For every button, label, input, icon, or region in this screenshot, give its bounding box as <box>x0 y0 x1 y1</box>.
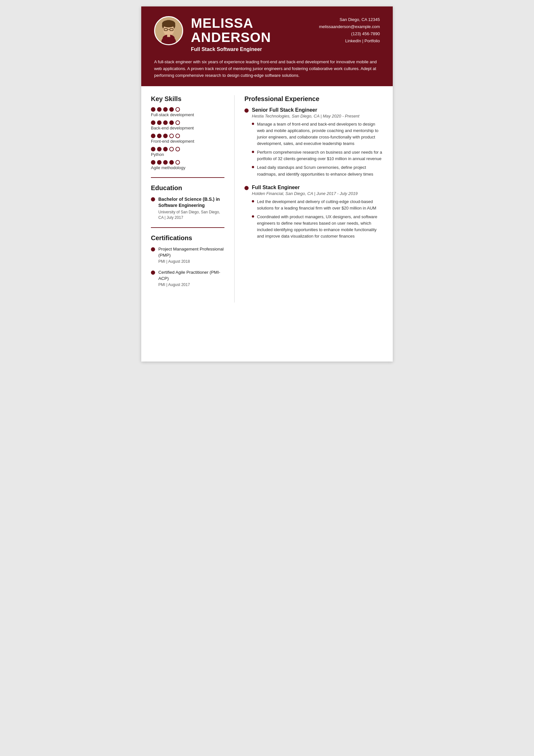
edu-school: University of San Diego, San Diego, CA |… <box>158 209 224 221</box>
skills-section: Key Skills Full-stack development <box>151 95 224 170</box>
full-name: MELISSA ANDERSON <box>191 16 311 44</box>
dot-filled <box>163 147 168 151</box>
bullet-dot <box>151 197 155 202</box>
contact-info: San Diego, CA 12345 melissaanderson@exam… <box>319 16 380 44</box>
skill-label: Agile methodology <box>151 165 224 170</box>
dot-filled <box>157 107 162 112</box>
dot-filled <box>169 160 174 165</box>
skill-dots <box>151 134 224 138</box>
exp-job-title: Full Stack Engineer <box>252 185 299 190</box>
exp-item: Full Stack Engineer Holden Financial, Sa… <box>244 185 383 240</box>
cert-content: Project Management Professional (PMP) PM… <box>158 246 224 264</box>
dot-empty <box>169 134 174 138</box>
dot-filled <box>151 147 155 151</box>
skill-label: Full-stack development <box>151 112 224 117</box>
left-column: Key Skills Full-stack development <box>141 95 235 303</box>
exp-bullet-item: Manage a team of front-end and back-end … <box>252 121 383 147</box>
exp-header: Senior Full Stack Engineer <box>244 107 383 113</box>
dot-filled <box>163 107 168 112</box>
header-main: MELISSA ANDERSON Full Stack Software Eng… <box>191 16 311 52</box>
certifications-section: Certifications Project Management Profes… <box>151 234 224 287</box>
exp-company: Holden Financial, San Diego, CA | June 2… <box>252 191 383 196</box>
dot-filled <box>169 121 174 125</box>
exp-bullet-item: Led the development and delivery of cutt… <box>252 199 383 211</box>
skill-item: Full-stack development <box>151 107 224 117</box>
dot-filled <box>151 107 155 112</box>
dot-empty <box>175 147 180 151</box>
skills-title: Key Skills <box>151 95 224 103</box>
dot-filled <box>151 121 155 125</box>
dot-empty <box>175 107 180 112</box>
dot-filled <box>157 121 162 125</box>
summary-section: A full-stack engineer with six years of … <box>141 59 393 86</box>
exp-header: Full Stack Engineer <box>244 185 383 190</box>
summary-text: A full-stack engineer with six years of … <box>154 59 380 79</box>
cert-item: Certified Agile Practitioner (PMI-ACP) P… <box>151 270 224 287</box>
exp-bullet-item: Perform comprehensive research on busine… <box>252 149 383 162</box>
skill-dots <box>151 107 224 112</box>
dot-empty <box>175 121 180 125</box>
section-divider <box>151 227 224 228</box>
exp-bullet-dot <box>244 186 249 190</box>
phone: (123) 456-7890 <box>319 30 380 38</box>
skill-label: Python <box>151 152 224 157</box>
bullet-dot <box>151 271 155 275</box>
dot-empty <box>169 147 174 151</box>
section-divider <box>151 177 224 178</box>
cert-item: Project Management Professional (PMP) PM… <box>151 246 224 264</box>
exp-bullets: Manage a team of front-end and back-end … <box>252 121 383 177</box>
avatar <box>154 16 183 45</box>
resume-document: MELISSA ANDERSON Full Stack Software Eng… <box>141 7 393 362</box>
skill-item: Back-end development <box>151 121 224 130</box>
right-column: Professional Experience Senior Full Stac… <box>235 95 393 303</box>
exp-job-title: Senior Full Stack Engineer <box>252 107 317 113</box>
avatar-wrapper <box>154 16 183 45</box>
certifications-title: Certifications <box>151 234 224 242</box>
exp-bullet-item: Coordinated with product managers, UX de… <box>252 214 383 240</box>
exp-bullet-dot <box>244 108 249 113</box>
cert-issuer: PMI | August 2018 <box>158 259 224 264</box>
edu-degree: Bachelor of Science (B.S.) in Software E… <box>158 196 224 209</box>
svg-rect-8 <box>167 35 170 37</box>
dot-empty <box>175 160 180 165</box>
education-section: Education Bachelor of Science (B.S.) in … <box>151 184 224 221</box>
job-title: Full Stack Software Engineer <box>191 46 311 52</box>
exp-bullet-item: Lead daily standups and Scrum ceremonies… <box>252 164 383 177</box>
cert-issuer: PMI | August 2017 <box>158 283 224 287</box>
cert-name: Certified Agile Practitioner (PMI-ACP) <box>158 270 224 282</box>
main-content: Key Skills Full-stack development <box>141 86 393 303</box>
links: LinkedIn | Portfolio <box>319 38 380 44</box>
bullet-dot <box>151 247 155 252</box>
edu-content: Bachelor of Science (B.S.) in Software E… <box>158 196 224 221</box>
dot-filled <box>151 160 155 165</box>
skill-dots <box>151 121 224 125</box>
exp-bullets: Led the development and delivery of cutt… <box>252 199 383 240</box>
skill-dots <box>151 160 224 165</box>
skill-label: Back-end development <box>151 125 224 130</box>
address: San Diego, CA 12345 <box>319 16 380 23</box>
edu-item: Bachelor of Science (B.S.) in Software E… <box>151 196 224 221</box>
dot-empty <box>175 134 180 138</box>
dot-filled <box>157 160 162 165</box>
resume-header: MELISSA ANDERSON Full Stack Software Eng… <box>141 7 393 59</box>
skill-item: Front-end development <box>151 134 224 144</box>
cert-content: Certified Agile Practitioner (PMI-ACP) P… <box>158 270 224 287</box>
dot-filled <box>157 134 162 138</box>
skill-label: Front-end development <box>151 139 224 144</box>
cert-name: Project Management Professional (PMP) <box>158 246 224 258</box>
dot-filled <box>163 134 168 138</box>
skill-dots <box>151 147 224 151</box>
education-title: Education <box>151 184 224 192</box>
skill-item: Agile methodology <box>151 160 224 170</box>
dot-filled <box>163 121 168 125</box>
exp-company: Hestia Technologies, San Diego, CA | May… <box>252 114 383 119</box>
skill-item: Python <box>151 147 224 157</box>
dot-filled <box>163 160 168 165</box>
email: melissaanderson@example.com <box>319 23 380 30</box>
dot-filled <box>151 134 155 138</box>
dot-filled <box>157 147 162 151</box>
experience-title: Professional Experience <box>244 95 383 103</box>
dot-filled <box>169 107 174 112</box>
exp-item: Senior Full Stack Engineer Hestia Techno… <box>244 107 383 177</box>
